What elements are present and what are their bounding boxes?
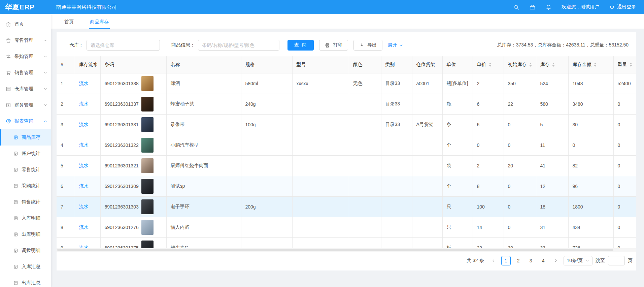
product-image[interactable] <box>141 117 154 132</box>
sidebar-item-out-detail[interactable]: 出库明细 <box>0 226 51 243</box>
sidebar-item-out-summary[interactable]: 出库汇总 <box>0 275 51 287</box>
cell-shelf <box>412 237 442 248</box>
sidebar-item-finance[interactable]: 财务管理 <box>0 97 51 113</box>
column-header-amount[interactable]: 库存金额 <box>568 56 613 73</box>
sidebar-item-purchase-stat[interactable]: 采购统计 <box>0 178 51 194</box>
print-button[interactable]: 打印 <box>319 40 348 51</box>
expand-toggle[interactable]: 展开 <box>388 42 403 48</box>
column-header-weight[interactable]: 重量 <box>613 56 636 73</box>
stock-flow-link[interactable]: 流水 <box>79 142 89 148</box>
welcome-text: 欢迎您，测试用户 <box>562 4 599 10</box>
search-icon[interactable] <box>514 4 519 10</box>
stock-flow-link[interactable]: 流水 <box>79 183 89 189</box>
cell-price: 22 <box>473 237 504 248</box>
total-stock-value: 3734.53 <box>516 42 533 47</box>
sidebar-item-report[interactable]: 报表查询 <box>0 113 51 129</box>
logout-button[interactable]: 退出登录 <box>609 4 636 10</box>
stock-flow-link[interactable]: 流水 <box>79 101 89 106</box>
stock-flow-link[interactable]: 流水 <box>79 163 89 168</box>
next-page-button[interactable] <box>551 256 561 265</box>
bell-icon[interactable] <box>546 4 551 10</box>
sidebar-item-in-detail[interactable]: 入库明细 <box>0 210 51 226</box>
cell-model <box>292 94 349 114</box>
product-image[interactable] <box>141 220 154 235</box>
sidebar-item-sale-stat[interactable]: 销售统计 <box>0 194 51 210</box>
cell-stock: 524 <box>536 73 568 94</box>
warehouse-select[interactable] <box>87 40 160 51</box>
product-image[interactable] <box>141 158 154 173</box>
stock-flow-link[interactable]: 流水 <box>79 245 89 249</box>
sidebar-item-in-summary[interactable]: 入库汇总 <box>0 259 51 275</box>
cell-index: 4 <box>57 135 75 155</box>
page-button-3[interactable]: 3 <box>526 256 536 265</box>
cell-barcode: 6901236301338 <box>100 73 166 94</box>
column-header-init_stock[interactable]: 初始库存 <box>504 56 536 73</box>
cell-weight: 0 <box>613 237 636 248</box>
sidebar-item-retail-stat[interactable]: 零售统计 <box>0 162 51 178</box>
cell-name: 啤酒 <box>166 73 241 94</box>
page-button-2[interactable]: 2 <box>514 256 523 265</box>
tab-home[interactable]: 首页 <box>63 15 75 29</box>
warehouse-icon <box>6 86 11 92</box>
tab-goods-stock[interactable]: 商品库存 <box>89 15 110 29</box>
doc-icon <box>13 167 18 172</box>
sidebar-item-warehouse[interactable]: 仓库管理 <box>0 81 51 97</box>
sort-icon <box>489 63 492 67</box>
sidebar-item-sale[interactable]: 销售管理 <box>0 65 51 81</box>
cell-shelf <box>412 176 442 196</box>
column-header-content: 名称 <box>171 62 237 68</box>
sidebar-item-goods-stock[interactable]: 商品库存 <box>0 129 51 146</box>
expand-label: 展开 <box>388 42 397 48</box>
product-image[interactable] <box>141 76 154 91</box>
pie-icon <box>6 119 11 124</box>
product-image[interactable] <box>141 97 154 111</box>
search-button[interactable]: 查 询 <box>287 40 314 51</box>
warehouse-label: 仓库： <box>69 42 83 48</box>
cell-index: 1 <box>57 73 75 94</box>
column-label: 单价 <box>477 62 486 68</box>
cell-spec <box>241 217 292 237</box>
cell-unit: 个 <box>442 135 473 155</box>
prev-page-button[interactable] <box>489 256 498 265</box>
stock-flow-link[interactable]: 流水 <box>79 224 89 230</box>
sidebar-item-account-stat[interactable]: 账户统计 <box>0 146 51 162</box>
product-image[interactable] <box>141 241 154 249</box>
column-header-content: 颜色 <box>353 62 377 68</box>
sidebar-item-label: 调拨明细 <box>22 248 40 254</box>
sidebar-item-retail[interactable]: 零售管理 <box>0 32 51 49</box>
bank-icon[interactable] <box>530 4 536 10</box>
sidebar-item-label: 报表查询 <box>14 118 33 124</box>
stock-flow-link[interactable]: 流水 <box>79 122 89 127</box>
chev-down-icon <box>44 71 47 74</box>
separator: ， <box>533 42 538 47</box>
product-image[interactable] <box>141 199 154 214</box>
page-button-4[interactable]: 4 <box>539 256 548 265</box>
product-image[interactable] <box>141 179 154 194</box>
page-size-select[interactable]: 10条/页 <box>564 256 592 265</box>
cell-model <box>292 114 349 135</box>
sidebar-item-home[interactable]: 首页 <box>0 16 51 32</box>
cell-category: 目录33 <box>381 94 412 114</box>
select-caret-icon <box>586 259 589 262</box>
sidebar-item-purchase[interactable]: 采购管理 <box>0 49 51 65</box>
cell-weight: 0 <box>613 135 636 155</box>
page-button-1[interactable]: 1 <box>501 256 511 265</box>
jump-page-input[interactable] <box>608 256 625 265</box>
column-label: 条码 <box>105 62 114 68</box>
cell-index: 9 <box>57 237 75 248</box>
cell-color <box>349 196 381 217</box>
cell-flow: 流水 <box>75 196 100 217</box>
stock-flow-link[interactable]: 流水 <box>79 204 89 209</box>
stock-flow-link[interactable]: 流水 <box>79 81 89 86</box>
cell-spec <box>241 237 292 248</box>
sort-icon <box>630 63 632 67</box>
product-image[interactable] <box>141 138 154 153</box>
export-button[interactable]: 导出 <box>353 40 382 51</box>
column-header-price[interactable]: 单价 <box>473 56 504 73</box>
column-header-stock[interactable]: 库存 <box>536 56 568 73</box>
sidebar-item-transfer-detail[interactable]: 调拨明细 <box>0 243 51 259</box>
scrollbar-thumb[interactable] <box>57 249 613 251</box>
goods-info-input[interactable] <box>198 40 279 51</box>
cell-name: 蜂蜜柚子茶 <box>166 94 241 114</box>
home-icon <box>6 22 11 27</box>
